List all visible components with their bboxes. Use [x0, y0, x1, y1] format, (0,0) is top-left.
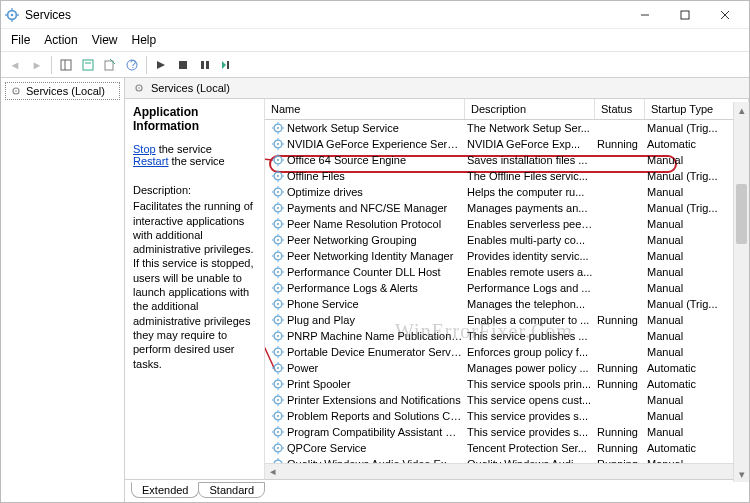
col-description[interactable]: Description	[465, 99, 595, 119]
maximize-button[interactable]	[665, 1, 705, 29]
service-name: Power	[287, 362, 467, 374]
col-name[interactable]: Name	[265, 99, 465, 119]
export-button[interactable]	[100, 55, 120, 75]
service-row[interactable]: PNRP Machine Name Publication ServiceThi…	[265, 328, 749, 344]
service-row[interactable]: Performance Counter DLL HostEnables remo…	[265, 264, 749, 280]
service-description: Helps the computer ru...	[467, 186, 597, 198]
svg-point-42	[277, 159, 279, 161]
gear-icon	[271, 441, 285, 455]
stop-link[interactable]: Stop	[133, 143, 156, 155]
service-description: NVIDIA GeForce Exp...	[467, 138, 597, 150]
col-status[interactable]: Status	[595, 99, 645, 119]
gear-icon	[271, 425, 285, 439]
service-description: The Offline Files servic...	[467, 170, 597, 182]
service-row[interactable]: Print SpoolerThis service spools prin...…	[265, 376, 749, 392]
service-name: Offline Files	[287, 170, 467, 182]
service-row[interactable]: NVIDIA GeForce Experience ServiceNVIDIA …	[265, 136, 749, 152]
gear-icon	[271, 313, 285, 327]
gear-icon	[133, 82, 145, 94]
tab-extended[interactable]: Extended	[131, 482, 199, 498]
restart-link[interactable]: Restart	[133, 155, 168, 167]
details-heading: Application Information	[133, 105, 256, 133]
scroll-left-icon[interactable]: ◂	[265, 464, 281, 479]
service-description: Provides identity servic...	[467, 250, 597, 262]
menu-action[interactable]: Action	[38, 31, 83, 49]
service-status: Running	[597, 426, 647, 438]
gear-icon	[271, 345, 285, 359]
svg-point-72	[277, 239, 279, 241]
service-row[interactable]: Program Compatibility Assistant ServiceT…	[265, 424, 749, 440]
svg-text:?: ?	[130, 58, 136, 70]
nav-services-local[interactable]: Services (Local)	[5, 82, 120, 100]
service-row[interactable]: QPCore ServiceTencent Protection Ser...R…	[265, 440, 749, 456]
gear-icon	[271, 265, 285, 279]
service-row[interactable]: PowerManages power policy ...RunningAuto…	[265, 360, 749, 376]
service-status: Running	[597, 378, 647, 390]
menu-help[interactable]: Help	[126, 31, 163, 49]
menu-view[interactable]: View	[86, 31, 124, 49]
service-row[interactable]: Offline FilesThe Offline Files servic...…	[265, 168, 749, 184]
service-description: Manages the telephon...	[467, 298, 597, 310]
close-button[interactable]	[705, 1, 745, 29]
minimize-button[interactable]	[625, 1, 665, 29]
show-hide-button[interactable]	[56, 55, 76, 75]
service-description: Tencent Protection Ser...	[467, 442, 597, 454]
svg-rect-19	[201, 61, 204, 69]
svg-rect-20	[206, 61, 209, 69]
gear-icon	[271, 153, 285, 167]
svg-marker-17	[157, 61, 165, 69]
forward-button[interactable]: ►	[27, 55, 47, 75]
pause-button[interactable]	[195, 55, 215, 75]
gear-icon	[271, 377, 285, 391]
svg-point-66	[277, 223, 279, 225]
details-pane: Application Information Stop the service…	[125, 99, 265, 479]
vertical-scrollbar[interactable]: ▴ ▾	[733, 102, 749, 482]
svg-point-60	[277, 207, 279, 209]
toolbar: ◄ ► ?	[1, 52, 749, 78]
service-description: This service provides s...	[467, 410, 597, 422]
horizontal-scrollbar[interactable]: ◂ ▸	[265, 463, 749, 479]
gear-icon	[271, 329, 285, 343]
menu-file[interactable]: File	[5, 31, 36, 49]
back-button[interactable]: ◄	[5, 55, 25, 75]
service-row[interactable]: Peer Networking GroupingEnables multi-pa…	[265, 232, 749, 248]
nav-item-label: Services (Local)	[26, 85, 105, 97]
scroll-down-icon[interactable]: ▾	[734, 466, 749, 482]
service-row[interactable]: Payments and NFC/SE ManagerManages payme…	[265, 200, 749, 216]
scroll-thumb[interactable]	[736, 184, 747, 244]
service-name: Network Setup Service	[287, 122, 467, 134]
gear-icon	[10, 85, 22, 97]
service-row[interactable]: Optimize drivesHelps the computer ru...M…	[265, 184, 749, 200]
svg-point-90	[277, 287, 279, 289]
service-row[interactable]: Peer Networking Identity ManagerProvides…	[265, 248, 749, 264]
tab-standard[interactable]: Standard	[198, 482, 265, 498]
service-row[interactable]: Office 64 Source EngineSaves installatio…	[265, 152, 749, 168]
service-name: Problem Reports and Solutions Control Pa…	[287, 410, 467, 422]
help-button[interactable]: ?	[122, 55, 142, 75]
service-row[interactable]: Network Setup ServiceThe Network Setup S…	[265, 120, 749, 136]
scroll-up-icon[interactable]: ▴	[734, 102, 749, 118]
restart-button[interactable]	[217, 55, 237, 75]
svg-point-138	[277, 415, 279, 417]
svg-point-120	[277, 367, 279, 369]
gear-icon	[271, 361, 285, 375]
service-row[interactable]: Quality Windows Audio Video ExperienceQu…	[265, 456, 749, 463]
service-row[interactable]: Performance Logs & AlertsPerformance Log…	[265, 280, 749, 296]
service-row[interactable]: Phone ServiceManages the telephon...Manu…	[265, 296, 749, 312]
service-row[interactable]: Printer Extensions and NotificationsThis…	[265, 392, 749, 408]
service-row[interactable]: Plug and PlayEnables a computer to ...Ru…	[265, 312, 749, 328]
stop-suffix: the service	[156, 143, 212, 155]
svg-rect-22	[227, 61, 229, 69]
service-row[interactable]: Portable Device Enumerator ServiceEnforc…	[265, 344, 749, 360]
svg-rect-18	[179, 61, 187, 69]
service-name: Performance Logs & Alerts	[287, 282, 467, 294]
svg-point-30	[277, 127, 279, 129]
svg-point-144	[277, 431, 279, 433]
stop-button[interactable]	[173, 55, 193, 75]
service-name: PNRP Machine Name Publication Service	[287, 330, 467, 342]
service-row[interactable]: Problem Reports and Solutions Control Pa…	[265, 408, 749, 424]
start-button[interactable]	[151, 55, 171, 75]
gear-icon	[271, 281, 285, 295]
service-row[interactable]: Peer Name Resolution ProtocolEnables ser…	[265, 216, 749, 232]
properties-button[interactable]	[78, 55, 98, 75]
